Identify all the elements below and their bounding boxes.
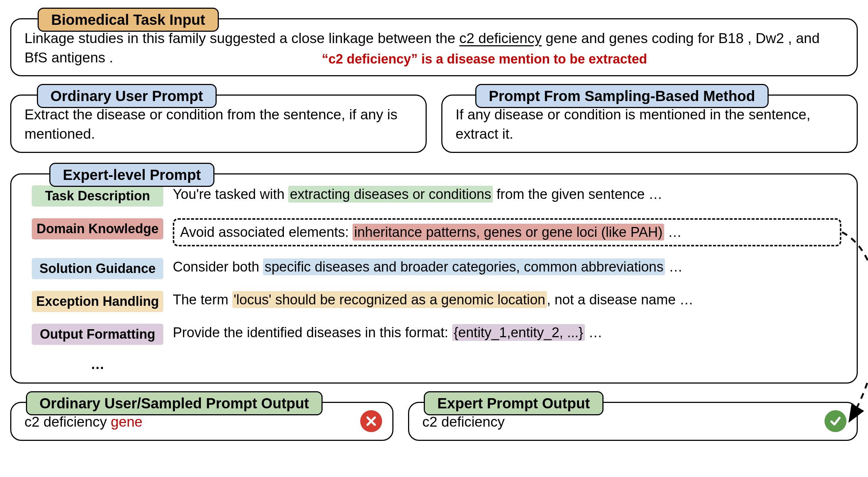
desc-exception-post: , not a disease name … [547,292,693,307]
desc-output-pre: Provide the identified diseases in this … [173,325,452,340]
desc-output-hl: {entity_1,entity_2, ...} [452,324,585,341]
desc-exception-hl: 'locus' should be recognized as a genomi… [232,291,547,308]
prompt-row: Ordinary User Prompt Extract the disease… [10,95,858,153]
ordinary-output-title: Ordinary User/Sampled Prompt Output [39,395,309,411]
sampled-text: If any disease or condition is mentioned… [456,105,844,143]
desc-domain-knowledge: Avoid associated elements: inheritance p… [173,218,841,246]
desc-solution-hl: specific diseases and broader categories… [263,258,665,275]
input-underlined: c2 deficiency [459,30,541,46]
chip-domain-knowledge: Domain Knowledge [32,218,163,239]
desc-task-post: from the given sentence … [493,186,663,202]
input-text-pre: Linkage studies in this family suggested… [24,30,459,46]
desc-task-pre: You're tasked with [173,186,288,202]
expert-prompt-panel: Expert-level Prompt Task Description You… [10,173,858,384]
ordinary-title: Ordinary User Prompt [50,88,203,104]
desc-output-formatting: Provide the identified diseases in this … [173,324,841,342]
ordinary-text: Extract the disease or condition from th… [24,105,412,143]
expert-ellipsis: … [32,357,163,372]
desc-domain-hl: inheritance patterns, genes or gene loci… [353,224,664,241]
expert-title: Expert-level Prompt [63,167,201,183]
expert-output-panel: Expert Prompt Output c2 deficiency [408,402,858,441]
expert-output-title-tab: Expert Prompt Output [424,391,604,415]
sampled-title-tab: Prompt From Sampling-Based Method [475,84,769,108]
ordinary-output-title-tab: Ordinary User/Sampled Prompt Output [26,391,323,415]
check-icon [825,410,846,432]
expert-grid: Task Description You're tasked with extr… [24,184,844,372]
cross-icon [360,410,382,432]
desc-task-hl: extracting diseases or conditions [288,186,492,203]
ordinary-output-panel: Ordinary User/Sampled Prompt Output c2 d… [10,402,393,441]
sampled-prompt-panel: Prompt From Sampling-Based Method If any… [441,95,858,153]
ordinary-title-tab: Ordinary User Prompt [37,84,217,108]
input-annotation-note: “c2 deficiency” is a disease mention to … [322,51,647,67]
chip-output-formatting: Output Formatting [32,324,163,345]
desc-domain-pre: Avoid associated elements: [180,224,353,240]
input-panel: Biomedical Task Input Linkage studies in… [10,18,858,76]
ordinary-prompt-panel: Ordinary User Prompt Extract the disease… [10,95,427,153]
desc-solution-pre: Consider both [173,259,263,274]
expert-output-title: Expert Prompt Output [437,395,590,411]
ordinary-output-pre: c2 deficiency [24,414,111,430]
desc-task-description: You're tasked with extracting diseases o… [173,185,841,203]
input-title-tab: Biomedical Task Input [38,8,219,32]
sampled-title: Prompt From Sampling-Based Method [489,88,755,104]
desc-exception-pre: The term [173,292,232,307]
outputs-row: Ordinary User/Sampled Prompt Output c2 d… [10,402,858,441]
ordinary-output-red: gene [111,414,142,430]
expert-title-tab: Expert-level Prompt [49,163,214,187]
desc-domain-post: … [664,224,682,240]
chip-task-description: Task Description [32,185,163,207]
desc-solution-guidance: Consider both specific diseases and broa… [173,258,841,276]
desc-output-post: … [585,325,603,340]
desc-exception-handling: The term 'locus' should be recognized as… [173,291,841,309]
input-title: Biomedical Task Input [51,12,205,28]
desc-solution-post: … [665,259,683,274]
chip-solution-guidance: Solution Guidance [32,258,163,279]
chip-exception-handling: Exception Handling [32,291,163,312]
